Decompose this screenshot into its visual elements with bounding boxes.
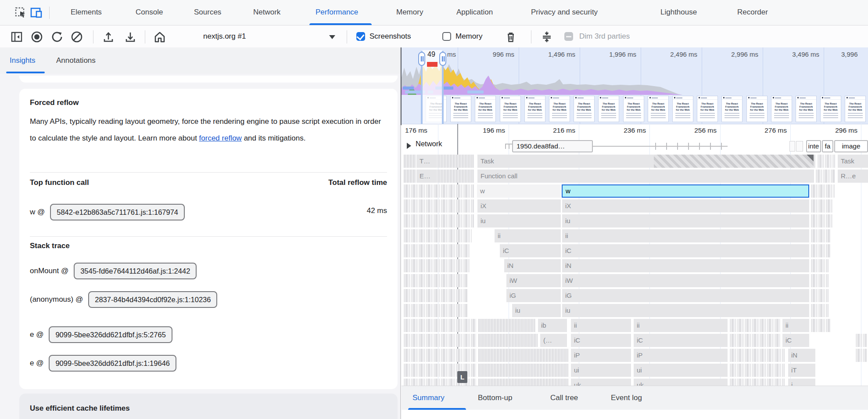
flame-event-ii[interactable]: ii bbox=[633, 319, 728, 332]
source-location-link[interactable]: 3545-fd6e7644112d46af.js:1:2442 bbox=[74, 263, 197, 279]
forced-reflow-link[interactable]: forced reflow bbox=[199, 134, 242, 142]
tab-performance[interactable]: Performance bbox=[316, 0, 358, 25]
filmstrip-screenshot[interactable]: The ReactFrameworkfor the Web bbox=[771, 96, 792, 122]
flame-event-iC[interactable]: iC bbox=[633, 334, 728, 347]
flame-event-cluster[interactable] bbox=[478, 334, 538, 347]
flame-event-Re[interactable]: R…e bbox=[837, 170, 868, 183]
flame-event-iC[interactable]: iC bbox=[570, 334, 631, 347]
insight-title[interactable]: Use efficient cache lifetimes bbox=[30, 404, 130, 413]
flame-event-cluster[interactable] bbox=[730, 379, 785, 386]
flame-event-ii[interactable]: ii bbox=[782, 319, 809, 332]
filmstrip-screenshot[interactable]: The ReactFrameworkfor the Web bbox=[820, 96, 841, 122]
flame-event-cluster[interactable] bbox=[478, 364, 568, 377]
flame-event-cluster[interactable] bbox=[404, 319, 476, 332]
flame-event-iN[interactable]: iN bbox=[504, 259, 561, 272]
flame-event-cluster[interactable] bbox=[811, 184, 835, 198]
flame-event-iu[interactable]: iu bbox=[477, 214, 561, 228]
flame-event-cluster[interactable] bbox=[404, 289, 467, 302]
flame-event-cluster[interactable] bbox=[811, 199, 833, 213]
flame-event-cluster[interactable] bbox=[811, 289, 829, 302]
flame-event-cluster[interactable] bbox=[404, 304, 467, 317]
flame-event-ui[interactable]: ui bbox=[633, 364, 728, 377]
filmstrip-screenshot[interactable]: The ReactFrameworkfor the Web bbox=[845, 96, 866, 122]
filmstrip-screenshot[interactable]: The ReactFrameworkfor the Web bbox=[648, 96, 669, 122]
filmstrip-screenshot[interactable]: The ReactFrameworkfor the Web bbox=[672, 96, 693, 122]
flame-event-cluster[interactable] bbox=[478, 319, 535, 332]
network-request[interactable]: inte bbox=[806, 140, 821, 152]
flame-event-iP[interactable]: iP bbox=[570, 349, 631, 362]
filmstrip-screenshot[interactable]: The ReactFrameworkfor the Web bbox=[598, 96, 619, 122]
toggle-sidebar-icon[interactable] bbox=[11, 31, 23, 43]
flame-event-[interactable]: (… bbox=[540, 334, 567, 347]
filmstrip-screenshot[interactable]: The ReactFrameworkfor the Web bbox=[500, 96, 521, 122]
flame-event-T[interactable]: T… bbox=[416, 155, 437, 168]
tab-insights[interactable]: Insights bbox=[10, 47, 36, 73]
tab-application[interactable]: Application bbox=[456, 0, 493, 25]
garbage-collect-icon[interactable] bbox=[505, 31, 517, 43]
tab-bottom-up[interactable]: Bottom-up bbox=[478, 386, 512, 410]
tab-call-tree[interactable]: Call tree bbox=[550, 386, 578, 410]
flame-event-cluster[interactable] bbox=[811, 274, 829, 287]
tab-elements[interactable]: Elements bbox=[71, 0, 102, 25]
flame-event-cluster[interactable] bbox=[811, 244, 831, 257]
lcp-badge[interactable]: L bbox=[457, 371, 467, 383]
filmstrip-screenshot[interactable]: The ReactFrameworkfor the Web bbox=[574, 96, 595, 122]
home-icon[interactable] bbox=[154, 31, 166, 43]
flame-event-cluster[interactable] bbox=[856, 334, 867, 347]
tab-recorder[interactable]: Recorder bbox=[737, 0, 768, 25]
selection-left-handle[interactable] bbox=[418, 52, 425, 66]
flame-event-cluster[interactable] bbox=[404, 170, 474, 183]
flame-event-cluster[interactable] bbox=[811, 214, 833, 228]
flame-event-iu[interactable]: iu bbox=[562, 214, 809, 228]
network-request[interactable]: 1950.dea8fad… bbox=[512, 140, 593, 152]
filmstrip-screenshot[interactable]: The ReactFrameworkfor the Web bbox=[549, 96, 570, 122]
tab-sources[interactable]: Sources bbox=[194, 0, 221, 25]
tab-console[interactable]: Console bbox=[136, 0, 163, 25]
flame-event-cluster[interactable] bbox=[811, 259, 829, 272]
inspect-element-icon[interactable] bbox=[14, 7, 27, 19]
timeline-overview[interactable]: The ReactFrameworkfor the WebThe ReactFr… bbox=[402, 47, 868, 124]
flame-event-cluster[interactable] bbox=[404, 244, 470, 257]
dim-3rd-parties-checkbox[interactable] bbox=[564, 32, 573, 41]
source-location-link[interactable]: 2837-84b4d4394cd0f92e.js:1:10236 bbox=[88, 291, 217, 308]
flame-event-cluster[interactable] bbox=[856, 349, 867, 362]
device-toolbar-icon[interactable] bbox=[30, 7, 43, 19]
flame-event-long-task-hatch[interactable] bbox=[654, 155, 814, 168]
flame-event-iP[interactable]: iP bbox=[633, 349, 728, 362]
tab-memory[interactable]: Memory bbox=[396, 0, 423, 25]
record-icon[interactable] bbox=[31, 31, 43, 43]
flame-event-E[interactable]: E… bbox=[416, 170, 437, 183]
flame-event-uk[interactable]: uk bbox=[633, 379, 728, 386]
flame-event-iW[interactable]: iW bbox=[562, 274, 809, 287]
clear-icon[interactable] bbox=[71, 31, 83, 43]
network-request-small[interactable] bbox=[789, 141, 795, 152]
tab-privacy-and-security[interactable]: Privacy and security bbox=[531, 0, 598, 25]
flame-event-Task[interactable]: Task bbox=[837, 155, 868, 168]
flame-event-cluster[interactable] bbox=[811, 229, 831, 242]
flame-event-cluster[interactable] bbox=[404, 155, 474, 168]
flame-event-w[interactable]: w bbox=[477, 184, 561, 198]
flame-event-ii[interactable]: ii bbox=[494, 229, 561, 242]
memory-label[interactable]: Memory bbox=[456, 25, 482, 47]
history-selector[interactable]: nextjs.org #1 bbox=[203, 25, 246, 47]
flame-event-cluster[interactable] bbox=[404, 334, 476, 347]
tab-annotations[interactable]: Annotations bbox=[56, 47, 96, 73]
source-location-link[interactable]: 5842-e12b863a5c711761.js:1:167974 bbox=[50, 204, 185, 220]
collapse-flame-icon[interactable] bbox=[541, 31, 553, 43]
flame-event-cluster[interactable] bbox=[404, 349, 476, 362]
flame-event-iN[interactable]: iN bbox=[562, 259, 809, 272]
reload-record-icon[interactable] bbox=[51, 31, 63, 43]
flame-event-selected[interactable]: w bbox=[562, 184, 809, 198]
flame-event-cluster[interactable] bbox=[404, 214, 474, 228]
flame-event-cluster[interactable] bbox=[404, 199, 474, 213]
filmstrip-screenshot[interactable]: The ReactFrameworkfor the Web bbox=[623, 96, 644, 122]
flame-event-cluster[interactable] bbox=[730, 349, 785, 362]
network-request[interactable]: fa bbox=[822, 140, 833, 152]
filmstrip-screenshot[interactable]: The ReactFrameworkfor the Web bbox=[475, 96, 496, 122]
flame-event-cluster[interactable] bbox=[404, 229, 472, 242]
filmstrip-screenshot[interactable]: The ReactFrameworkfor the Web bbox=[697, 96, 718, 122]
flame-event-cluster[interactable] bbox=[404, 259, 470, 272]
screenshots-checkbox[interactable] bbox=[356, 32, 365, 41]
upload-profile-icon[interactable] bbox=[102, 31, 115, 43]
filmstrip-screenshot[interactable]: The ReactFrameworkfor the Web bbox=[450, 96, 471, 122]
